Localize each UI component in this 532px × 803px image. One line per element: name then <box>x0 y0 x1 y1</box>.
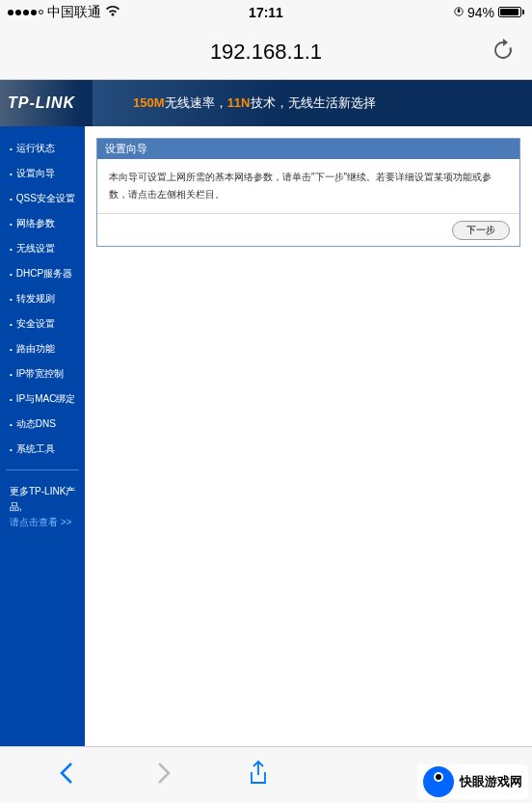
banner-slogan: 150M无线速率，11N技术，无线生活新选择 <box>133 94 375 112</box>
sidebar-item-system[interactable]: 系统工具 <box>0 437 85 462</box>
content-area: 设置向导 本向导可设置上网所需的基本网络参数，请单击"下一步"继续。若要详细设置… <box>85 126 532 746</box>
forward-button[interactable] <box>152 760 173 790</box>
sidebar-item-wireless[interactable]: 无线设置 <box>0 236 85 261</box>
ios-status-bar: 中国联通 17:11 94% <box>0 0 532 24</box>
browser-address-bar[interactable]: 192.168.1.1 <box>0 24 532 80</box>
sidebar-item-qss[interactable]: QSS安全设置 <box>0 186 85 211</box>
watermark-text: 快眼游戏网 <box>460 773 522 790</box>
tplink-logo: TP-LINK <box>0 94 75 112</box>
wizard-footer: 下一步 <box>97 213 519 246</box>
sidebar: 运行状态 设置向导 QSS安全设置 网络参数 无线设置 DHCP服务器 转发规则… <box>0 126 85 746</box>
sidebar-item-status[interactable]: 运行状态 <box>0 136 85 161</box>
wizard-box: 设置向导 本向导可设置上网所需的基本网络参数，请单击"下一步"继续。若要详细设置… <box>96 138 520 247</box>
refresh-button[interactable] <box>490 37 517 67</box>
sidebar-item-security[interactable]: 安全设置 <box>0 311 85 336</box>
carrier-label: 中国联通 <box>47 4 101 21</box>
sidebar-item-bandwidth[interactable]: IP带宽控制 <box>0 361 85 387</box>
battery-percent: 94% <box>467 5 494 20</box>
watermark-icon <box>423 766 454 797</box>
sidebar-footer[interactable]: 更多TP-LINK产品, 请点击查看 >> <box>0 478 85 536</box>
wizard-header: 设置向导 <box>97 139 519 159</box>
next-button[interactable]: 下一步 <box>452 221 510 240</box>
web-content: TP-LINK 150M无线速率，11N技术，无线生活新选择 运行状态 设置向导… <box>0 80 532 746</box>
rotation-lock-icon <box>454 5 464 20</box>
battery-icon <box>498 7 524 17</box>
status-right: 94% <box>454 5 524 20</box>
share-button[interactable] <box>248 760 269 790</box>
tplink-banner: TP-LINK 150M无线速率，11N技术，无线生活新选择 <box>0 80 532 126</box>
signal-strength-icon <box>8 10 43 15</box>
sidebar-item-ddns[interactable]: 动态DNS <box>0 412 85 437</box>
main-layout: 运行状态 设置向导 QSS安全设置 网络参数 无线设置 DHCP服务器 转发规则… <box>0 126 532 746</box>
sidebar-item-routing[interactable]: 路由功能 <box>0 336 85 361</box>
wizard-body: 本向导可设置上网所需的基本网络参数，请单击"下一步"继续。若要详细设置某项功能或… <box>97 159 519 213</box>
sidebar-item-dhcp[interactable]: DHCP服务器 <box>0 261 85 286</box>
back-button[interactable] <box>57 760 78 790</box>
sidebar-separator <box>6 469 79 470</box>
status-time: 17:11 <box>249 5 283 20</box>
status-left: 中国联通 <box>8 4 120 21</box>
sidebar-item-forward[interactable]: 转发规则 <box>0 286 85 311</box>
url-text: 192.168.1.1 <box>210 40 322 65</box>
wifi-icon <box>105 5 120 20</box>
watermark: 快眼游戏网 <box>417 764 528 799</box>
sidebar-item-wizard[interactable]: 设置向导 <box>0 161 85 186</box>
sidebar-item-network[interactable]: 网络参数 <box>0 211 85 236</box>
sidebar-item-ipmac[interactable]: IP与MAC绑定 <box>0 387 85 412</box>
